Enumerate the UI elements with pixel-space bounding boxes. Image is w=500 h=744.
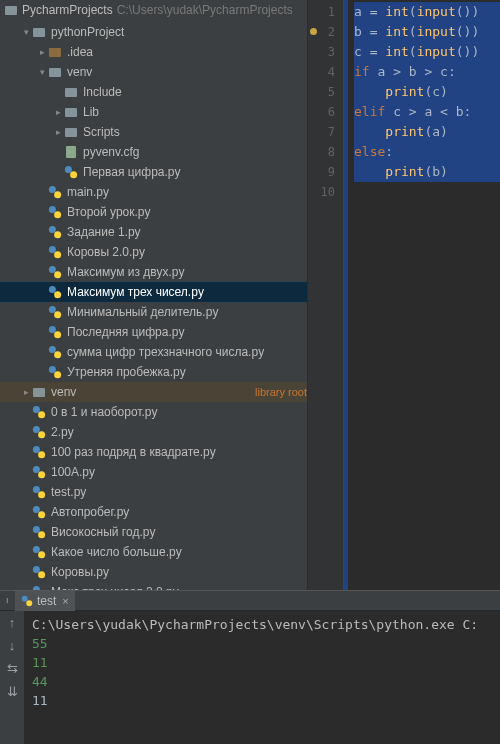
svg-point-6 bbox=[49, 226, 56, 233]
code-line[interactable]: if a > b > c: bbox=[354, 62, 500, 82]
code-editor[interactable]: a = int(input())b = int(input())c = int(… bbox=[344, 0, 500, 590]
tree-row[interactable]: test.py bbox=[0, 482, 307, 502]
gutter-line-number[interactable]: 9 bbox=[308, 162, 335, 182]
tree-item-label: Коровы 2.0.py bbox=[67, 245, 307, 259]
tree-row[interactable]: Коровы 2.0.py bbox=[0, 242, 307, 262]
gutter-line-number[interactable]: 3 bbox=[308, 42, 335, 62]
run-output-line: 11 bbox=[32, 653, 492, 672]
python-file-icon bbox=[48, 205, 62, 219]
python-file-icon bbox=[48, 285, 62, 299]
chevron-right-icon[interactable]: ▸ bbox=[52, 127, 64, 137]
code-line[interactable]: print(a) bbox=[354, 122, 500, 142]
tree-row[interactable]: Високосный год.py bbox=[0, 522, 307, 542]
soft-wrap-icon[interactable]: ⇆ bbox=[7, 661, 18, 676]
gutter-line-number[interactable]: 6 bbox=[308, 102, 335, 122]
gutter-line-number[interactable]: 4 bbox=[308, 62, 335, 82]
gutter-line-number[interactable]: 10 bbox=[308, 182, 335, 202]
tree-row[interactable]: main.py bbox=[0, 182, 307, 202]
tree-row[interactable]: Утреняя пробежка.py bbox=[0, 362, 307, 382]
svg-point-12 bbox=[49, 286, 56, 293]
run-label: י bbox=[6, 594, 9, 608]
gutter-line-number[interactable]: 8 bbox=[308, 142, 335, 162]
chevron-right-icon[interactable]: ▸ bbox=[52, 107, 64, 117]
python-icon bbox=[21, 595, 33, 607]
svg-point-7 bbox=[54, 231, 61, 238]
svg-point-28 bbox=[33, 466, 40, 473]
folder-excluded-icon bbox=[48, 45, 62, 59]
run-tab[interactable]: test × bbox=[15, 591, 75, 611]
gutter-line-number[interactable]: 1 bbox=[308, 2, 335, 22]
tree-row[interactable]: Коровы.py bbox=[0, 562, 307, 582]
tree-row[interactable]: ▸venvlibrary root bbox=[0, 382, 307, 402]
code-line[interactable]: a = int(input()) bbox=[354, 2, 500, 22]
svg-point-1 bbox=[70, 171, 77, 178]
up-icon[interactable]: ↑ bbox=[9, 615, 16, 630]
tree-item-label: Максимум из двух.py bbox=[67, 265, 307, 279]
python-file-icon bbox=[32, 465, 46, 479]
tree-item-label: venv bbox=[51, 385, 251, 399]
python-file-icon bbox=[32, 485, 46, 499]
run-output[interactable]: C:\Users\yudak\PycharmProjects\venv\Scri… bbox=[24, 611, 500, 744]
chevron-right-icon[interactable]: ▸ bbox=[36, 47, 48, 57]
svg-point-23 bbox=[38, 411, 45, 418]
tree-row[interactable]: 2.py bbox=[0, 422, 307, 442]
tree-row[interactable]: 0 в 1 и наоборот.py bbox=[0, 402, 307, 422]
tree-row[interactable]: pyvenv.cfg bbox=[0, 142, 307, 162]
tree-row[interactable]: Какое число больше.py bbox=[0, 542, 307, 562]
run-output-line: 55 bbox=[32, 634, 492, 653]
chevron-down-icon[interactable]: ▾ bbox=[36, 67, 48, 77]
code-line[interactable]: print(b) bbox=[354, 162, 500, 182]
tree-item-label: venv bbox=[67, 65, 307, 79]
code-line[interactable]: elif c > a < b: bbox=[354, 102, 500, 122]
editor-gutter[interactable]: 12345678910 bbox=[308, 0, 344, 590]
chevron-down-icon[interactable]: ▾ bbox=[20, 27, 32, 37]
tree-row[interactable]: Первая цифра.py bbox=[0, 162, 307, 182]
tree-row[interactable]: 100A.py bbox=[0, 462, 307, 482]
tree-row[interactable]: сумма цифр трехзначного числа.py bbox=[0, 342, 307, 362]
code-line[interactable]: print(c) bbox=[354, 82, 500, 102]
tree-row[interactable]: ▸Lib bbox=[0, 102, 307, 122]
code-line[interactable] bbox=[354, 182, 500, 202]
tree-row[interactable]: Задание 1.py bbox=[0, 222, 307, 242]
project-root-path: C:\Users\yudak\PycharmProjects bbox=[117, 3, 293, 17]
python-file-icon bbox=[32, 445, 46, 459]
tree-row[interactable]: Минимальный делитель.py bbox=[0, 302, 307, 322]
tree-row[interactable]: 100 раз подряд в квадрате.py bbox=[0, 442, 307, 462]
svg-point-2 bbox=[49, 186, 56, 193]
tree-row[interactable]: Максимум трех чисел.py bbox=[0, 282, 307, 302]
tree-row[interactable]: Автопробег.py bbox=[0, 502, 307, 522]
gutter-line-number[interactable]: 2 bbox=[308, 22, 335, 42]
svg-point-0 bbox=[65, 166, 72, 173]
tree-row[interactable]: ▸Scripts bbox=[0, 122, 307, 142]
run-command-line: C:\Users\yudak\PycharmProjects\venv\Scri… bbox=[32, 615, 492, 634]
run-toolbar: ↑ ↓ ⇆ ⇊ bbox=[0, 611, 24, 744]
tree-row[interactable]: Макс трех чисел 2.0.py bbox=[0, 582, 307, 590]
down-icon[interactable]: ↓ bbox=[9, 638, 16, 653]
project-tree[interactable]: PycharmProjects C:\Users\yudak\PycharmPr… bbox=[0, 0, 308, 590]
tree-item-label: main.py bbox=[67, 185, 307, 199]
tree-item-label: Коровы.py bbox=[51, 565, 307, 579]
close-icon[interactable]: × bbox=[62, 595, 68, 607]
project-root-row[interactable]: PycharmProjects C:\Users\yudak\PycharmPr… bbox=[0, 0, 307, 20]
gutter-line-number[interactable]: 5 bbox=[308, 82, 335, 102]
svg-point-29 bbox=[38, 471, 45, 478]
code-line[interactable]: else: bbox=[354, 142, 500, 162]
tree-row[interactable]: ▾pythonProject bbox=[0, 22, 307, 42]
tree-row[interactable]: Максимум из двух.py bbox=[0, 262, 307, 282]
svg-point-31 bbox=[38, 491, 45, 498]
tree-row[interactable]: Include bbox=[0, 82, 307, 102]
tree-item-label: Какое число больше.py bbox=[51, 545, 307, 559]
tree-row[interactable]: ▾venv bbox=[0, 62, 307, 82]
svg-point-33 bbox=[38, 511, 45, 518]
chevron-right-icon[interactable]: ▸ bbox=[20, 387, 32, 397]
scroll-to-end-icon[interactable]: ⇊ bbox=[7, 684, 18, 699]
tree-row[interactable]: ▸.idea bbox=[0, 42, 307, 62]
code-line[interactable]: b = int(input()) bbox=[354, 22, 500, 42]
svg-point-15 bbox=[54, 311, 61, 318]
tree-row[interactable]: Второй урок.py bbox=[0, 202, 307, 222]
tree-row[interactable]: Последняя цифра.py bbox=[0, 322, 307, 342]
svg-point-3 bbox=[54, 191, 61, 198]
code-line[interactable]: c = int(input()) bbox=[354, 42, 500, 62]
gutter-line-number[interactable]: 7 bbox=[308, 122, 335, 142]
folder-icon bbox=[48, 65, 62, 79]
